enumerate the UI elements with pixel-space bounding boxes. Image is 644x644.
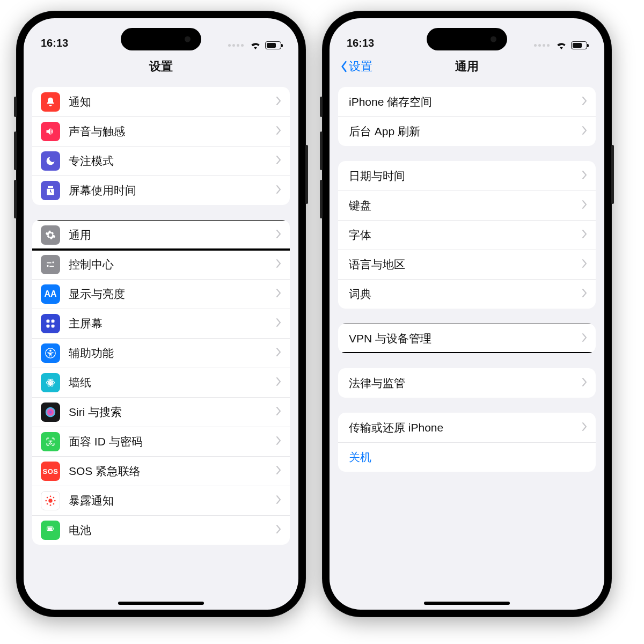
svg-point-19 [53, 503, 55, 505]
svg-point-12 [50, 495, 52, 497]
row-focus[interactable]: 专注模式 [32, 146, 290, 175]
svg-point-6 [49, 382, 52, 384]
svg-rect-1 [52, 320, 55, 323]
row-label: 主屏幕 [69, 316, 276, 331]
row-notifications[interactable]: 通知 [32, 87, 290, 116]
row-label: SOS 紧急联络 [69, 464, 276, 479]
row-label: 电池 [69, 523, 276, 538]
row-label: 墙纸 [69, 375, 276, 390]
row-label: 日期与时间 [349, 169, 582, 184]
focus-icon [41, 151, 60, 171]
back-button[interactable]: 设置 [340, 58, 372, 75]
wifi-icon [250, 41, 261, 49]
row-label: iPhone 储存空间 [349, 94, 582, 109]
svg-point-11 [48, 499, 52, 502]
row-battery[interactable]: 电池 [32, 515, 290, 545]
row-storage[interactable]: iPhone 储存空间 [338, 87, 596, 116]
battery-icon [571, 41, 587, 49]
volume-up [320, 131, 323, 170]
row-lang[interactable]: 语言与地区 [338, 250, 596, 279]
chevron-right-icon [276, 377, 281, 389]
row-sound[interactable]: 声音与触感 [32, 116, 290, 146]
row-general[interactable]: 通用 [32, 220, 290, 250]
row-label: 控制中心 [69, 257, 276, 272]
row-keyboard[interactable]: 键盘 [338, 191, 596, 220]
row-label: 专注模式 [69, 153, 276, 169]
volume-down [320, 180, 323, 218]
row-legal[interactable]: 法律与监管 [338, 368, 596, 398]
siri-icon [41, 402, 60, 422]
row-sos[interactable]: SOSSOS 紧急联络 [32, 456, 290, 486]
row-label: 辅助功能 [69, 346, 276, 361]
row-faceid[interactable]: 面容 ID 与密码 [32, 427, 290, 456]
chevron-right-icon [582, 229, 587, 241]
row-control-center[interactable]: 控制中心 [32, 250, 290, 279]
chevron-right-icon [582, 288, 587, 300]
row-siri[interactable]: Siri 与搜索 [32, 397, 290, 427]
row-datetime[interactable]: 日期与时间 [338, 161, 596, 191]
row-dict[interactable]: 词典 [338, 279, 596, 309]
wifi-icon [555, 41, 567, 49]
battery-icon [265, 41, 281, 49]
chevron-right-icon [276, 406, 281, 418]
svg-point-17 [53, 497, 55, 499]
chevron-right-icon [276, 524, 281, 536]
sound-icon [41, 122, 60, 141]
svg-point-18 [47, 503, 48, 505]
row-exposure[interactable]: 暴露通知 [32, 486, 290, 515]
nav-bar: 设置 通用 [330, 52, 604, 82]
home-indicator [118, 602, 204, 605]
row-shutdown[interactable]: 关机 [338, 442, 596, 472]
status-time: 16:13 [41, 37, 68, 49]
row-display[interactable]: AA显示与亮度 [32, 279, 290, 309]
row-wallpaper[interactable]: 墙纸 [32, 368, 290, 397]
chevron-right-icon [276, 465, 281, 477]
svg-point-5 [49, 350, 52, 352]
general-icon [41, 225, 60, 245]
row-accessibility[interactable]: 辅助功能 [32, 338, 290, 368]
row-label: 暴露通知 [69, 493, 276, 508]
row-label: 通知 [69, 94, 276, 109]
back-label: 设置 [349, 58, 372, 75]
chevron-right-icon [276, 318, 281, 330]
control-center-icon [41, 255, 60, 274]
row-fonts[interactable]: 字体 [338, 220, 596, 250]
chevron-right-icon [276, 229, 281, 241]
row-label: 关机 [349, 450, 587, 465]
volume-up [14, 131, 17, 170]
chevron-right-icon [582, 170, 587, 182]
row-label: 键盘 [349, 198, 582, 213]
row-label: 显示与亮度 [69, 287, 276, 302]
phone-left: 16:13 设置 通知声音与触感专注模式屏幕使用时间 通用控制中心AA显示与亮度… [16, 11, 306, 617]
chevron-right-icon [582, 126, 587, 137]
accessibility-icon [41, 343, 60, 363]
chevron-right-icon [276, 259, 281, 270]
row-home[interactable]: 主屏幕 [32, 309, 290, 338]
display-icon: AA [41, 284, 60, 304]
chevron-right-icon [276, 96, 281, 108]
status-time: 16:13 [347, 37, 374, 49]
wallpaper-icon [41, 373, 60, 392]
svg-rect-22 [48, 528, 52, 530]
row-vpn[interactable]: VPN 与设备管理 [338, 324, 596, 353]
pagination-dots-icon [534, 44, 550, 47]
row-label: Siri 与搜索 [69, 405, 276, 420]
row-label: 面容 ID 与密码 [69, 434, 276, 449]
row-label: 后台 App 刷新 [349, 124, 582, 139]
chevron-right-icon [582, 333, 587, 345]
nav-bar: 设置 [24, 52, 298, 82]
side-button [611, 145, 614, 204]
chevron-right-icon [582, 377, 587, 389]
row-screentime[interactable]: 屏幕使用时间 [32, 175, 290, 205]
row-bg-refresh[interactable]: 后台 App 刷新 [338, 116, 596, 146]
chevron-right-icon [276, 126, 281, 137]
mute-switch [320, 97, 323, 117]
chevron-right-icon [276, 436, 281, 448]
battery-icon [41, 521, 60, 540]
row-transfer[interactable]: 传输或还原 iPhone [338, 413, 596, 442]
row-label: VPN 与设备管理 [349, 331, 582, 346]
chevron-right-icon [276, 495, 281, 507]
svg-point-13 [50, 504, 52, 506]
svg-rect-0 [47, 320, 50, 323]
row-label: 语言与地区 [349, 257, 582, 272]
